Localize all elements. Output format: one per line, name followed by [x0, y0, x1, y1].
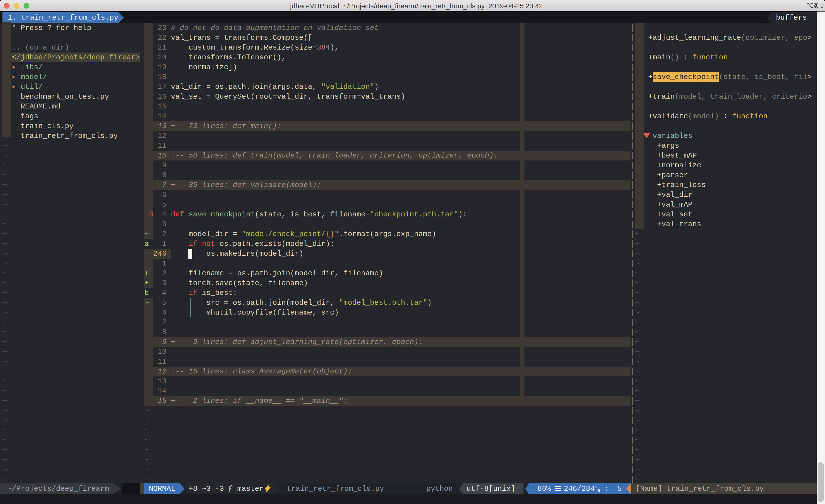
svg-text:1: 1: [820, 2, 823, 9]
